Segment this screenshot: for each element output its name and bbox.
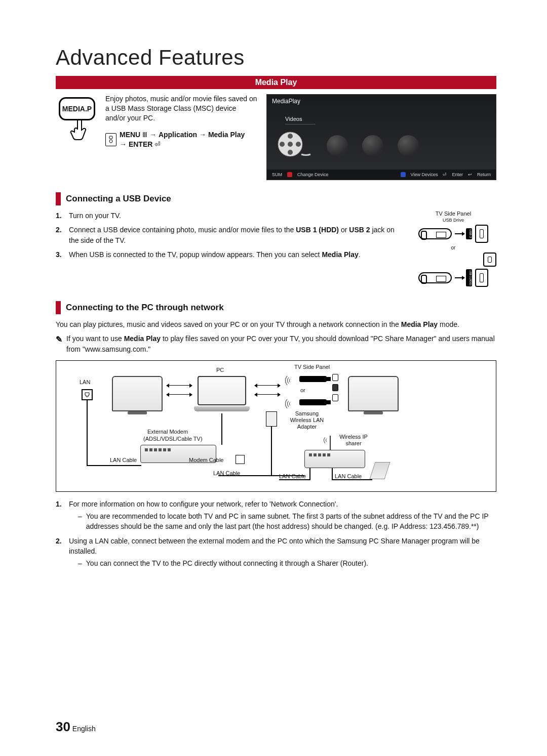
remote-key-mediap: MEDIA.P (59, 97, 95, 120)
heading-accent-bar (56, 192, 61, 205)
connector-icon (266, 411, 277, 427)
or-label-net: or (300, 387, 305, 393)
tv-title: MediaPlay (272, 98, 300, 105)
svg-point-5 (288, 150, 293, 155)
tv-icon-left (112, 376, 163, 411)
menu-label: MENU (120, 131, 140, 139)
lan-label: LAN (80, 379, 90, 385)
change-device-label: Change Device (297, 172, 329, 177)
menu-icon: Ⅲ (140, 131, 149, 139)
double-arrow-icon (169, 385, 190, 386)
lan-plug-icon (236, 455, 245, 464)
wireless-ip-sharer-label: Wireless IP sharer (336, 434, 371, 447)
double-arrow-icon-3 (257, 385, 278, 386)
tv-side-panel-label-net: TV Side Panel (294, 364, 330, 370)
svg-point-3 (288, 142, 293, 147)
wall-plate-icon (369, 462, 390, 479)
net-step-2: Using a LAN cable, connect between the e… (69, 537, 480, 555)
heading-text: Connecting a USB Device (66, 194, 171, 204)
usb-step-1: Turn on your TV. (69, 211, 121, 221)
tv-media-icons-row (277, 130, 486, 161)
menu-path-text: MENU Ⅲ → Application → Media Play → ENTE… (120, 130, 245, 149)
usb-step-2: Connect a USB device containing photo, m… (69, 225, 400, 245)
lan-jack-icon (82, 389, 93, 400)
page-number: 30 (56, 719, 70, 734)
sum-indicator: SUM (272, 172, 282, 177)
usb1-port-icon (475, 269, 488, 287)
network-intro-paragraph: You can play pictures, music and videos … (56, 319, 496, 329)
usb-drive-label: USB Drive (410, 218, 496, 223)
usb2-port-icon (475, 225, 488, 243)
external-modem-label: External Modem (147, 429, 188, 435)
samsung-adapter-label: Samsung Wireless LAN Adapter (289, 410, 325, 431)
section-heading-network: Connecting to the PC through network (56, 301, 496, 314)
heading-text-2: Connecting to the PC through network (66, 303, 224, 313)
intro-text-block: Enjoy photos, music and/or movie files s… (105, 94, 257, 149)
arrow-icon-2 (455, 277, 463, 278)
remote-illustration: MEDIA.P (56, 94, 96, 142)
view-devices-label: View Devices (411, 172, 438, 177)
svg-point-1 (109, 140, 112, 143)
usb2-port-label: USB 2 (466, 228, 472, 239)
film-reel-icon (277, 130, 312, 161)
usb-steps-list: 1.Turn on your TV. 2. Connect a USB devi… (56, 211, 400, 264)
enter-hint-label: Enter (452, 172, 463, 177)
pc-label: PC (216, 367, 224, 373)
lan-cable-label-2: LAN Cable (213, 470, 240, 476)
svg-point-4 (288, 134, 293, 139)
or-label: or (410, 245, 496, 250)
lan-cable-label-1: LAN Cable (110, 457, 137, 463)
laptop-icon (194, 376, 250, 412)
svg-point-7 (296, 142, 301, 147)
usb-stick-icon (418, 228, 452, 239)
lan-cable-label-4: LAN Cable (335, 473, 362, 479)
tv-side-panel-label: TV Side Panel (410, 211, 496, 217)
modem-sub-label: (ADSL/VDSL/Cable TV) (143, 436, 203, 442)
tv-usb-ports-icon (332, 374, 339, 401)
note-text: If you want to use Media Play to play fi… (66, 333, 496, 354)
double-arrow-icon-4 (257, 394, 278, 395)
return-hint-icon: ↩ (468, 172, 472, 177)
heading-accent-bar-2 (56, 301, 61, 314)
intro-paragraph: Enjoy photos, music and/or movie files s… (105, 94, 257, 123)
enter-icon: ⏎ (152, 140, 161, 148)
media-play-header-bar: Media Play (56, 76, 496, 89)
net-step-2-sub: You can connect the TV to the PC directl… (86, 558, 368, 568)
red-button-icon (287, 172, 292, 177)
wireless-router-icon (304, 450, 365, 468)
wireless-dongle-icon-1 (299, 376, 327, 382)
modem-cable-label: Modem Cable (189, 457, 223, 463)
page-title: Advanced Features (56, 46, 496, 70)
net-step-1-sub: You are recommended to locate both TV an… (86, 511, 496, 532)
network-steps-list: 1. For more information on how to config… (56, 499, 496, 569)
return-hint-label: Return (477, 172, 491, 177)
blue-button-icon (401, 172, 406, 177)
music-category-icon (327, 135, 348, 156)
intro-row: MEDIA.P Enjoy photos, music and/or movie… (56, 94, 496, 180)
network-diagram: LAN PC TV Side Panel or Samsung Wireless… (56, 360, 496, 492)
svg-rect-0 (109, 136, 112, 139)
tv-section-label: Videos (285, 116, 316, 124)
settings-category-icon (398, 135, 419, 156)
hand-pointer-icon (69, 118, 96, 142)
arrow-icon (455, 233, 463, 234)
note-icon: ✎ (56, 333, 62, 354)
remote-osd-icon (105, 133, 116, 146)
photos-category-icon (362, 135, 383, 156)
usb-diagram: TV Side Panel USB Drive USB 2 or USB 1 (… (410, 211, 496, 289)
usb-stick-icon-2 (418, 272, 452, 283)
tv-icon-right (348, 376, 399, 411)
lan-cable-label-3: LAN Cable (279, 473, 306, 479)
middle-port-icon (483, 253, 496, 267)
net-step-1: For more information on how to configure… (69, 500, 338, 508)
usb-step-3: When USB is connected to the TV, popup w… (69, 249, 361, 260)
antenna-icon (330, 436, 331, 450)
tv-bottom-bar: SUM Change Device View Devices ⏎ Enter ↩… (267, 170, 496, 180)
double-arrow-icon-2 (169, 394, 190, 395)
wireless-dongle-icon-2 (299, 399, 327, 405)
enter-hint-icon: ⏎ (443, 172, 447, 177)
page-language: English (72, 725, 96, 733)
section-heading-usb: Connecting a USB Device (56, 192, 496, 205)
tv-screenshot: MediaPlay Videos SUM Change Devi (266, 94, 496, 180)
svg-point-6 (280, 142, 285, 147)
